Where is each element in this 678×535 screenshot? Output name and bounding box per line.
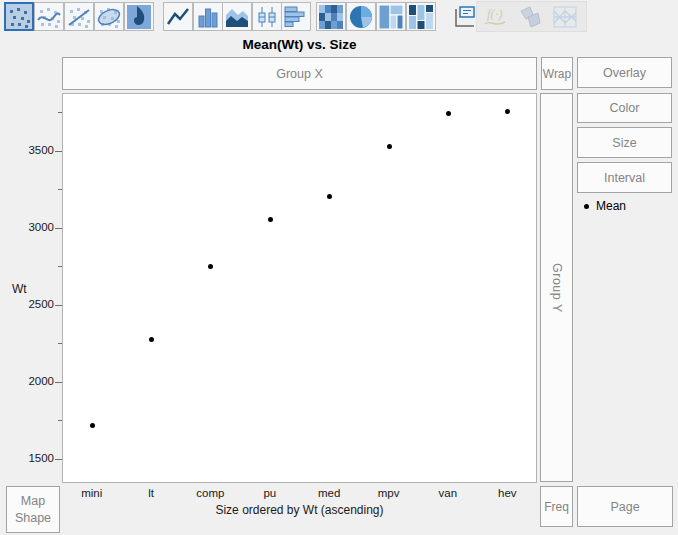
x-axis-tick-label: comp bbox=[180, 487, 240, 499]
svg-text:f(·): f(·) bbox=[487, 6, 503, 21]
x-axis-tick-label: mpv bbox=[359, 487, 419, 499]
y-axis-tick-label: 3500 bbox=[14, 144, 54, 156]
toolbar-smoother-icon[interactable] bbox=[34, 2, 64, 31]
data-point-pu[interactable] bbox=[268, 217, 273, 222]
toolbar-box-plot-icon[interactable] bbox=[252, 2, 282, 31]
y-axis-tick-label: 2000 bbox=[14, 375, 54, 387]
data-point-lt[interactable] bbox=[149, 337, 154, 342]
toolbar-bar-icon[interactable] bbox=[193, 2, 223, 31]
y-axis-major-tick bbox=[55, 459, 62, 460]
toolbar-pie-icon[interactable] bbox=[346, 2, 376, 31]
dropzone-map-shape-line1: Map bbox=[21, 493, 45, 509]
y-axis-minor-tick bbox=[58, 112, 62, 113]
dropzone-color-label: Color bbox=[610, 101, 640, 115]
dropzone-size[interactable]: Size bbox=[577, 127, 672, 158]
dropzone-wrap-label: Wrap bbox=[543, 67, 571, 81]
toolbar-histogram-icon[interactable] bbox=[281, 2, 311, 31]
x-axis-tick-label: van bbox=[418, 487, 478, 499]
dropzone-freq-label: Freq bbox=[544, 500, 569, 514]
y-axis-minor-tick bbox=[58, 189, 62, 190]
dropzone-interval[interactable]: Interval bbox=[577, 162, 672, 193]
dropzone-group-x-label: Group X bbox=[276, 67, 323, 81]
toolbar-contour-icon[interactable] bbox=[124, 2, 154, 31]
x-axis-title: Size ordered by Wt (ascending) bbox=[62, 503, 537, 517]
dropzone-overlay[interactable]: Overlay bbox=[577, 57, 672, 88]
dropzone-map-shape-line2: Shape bbox=[15, 510, 51, 526]
toolbar-mosaic-icon[interactable] bbox=[406, 2, 436, 31]
mean-marker-icon bbox=[584, 204, 589, 209]
toolbar-map-shape-icon bbox=[515, 2, 545, 31]
x-axis-tick-label: hev bbox=[477, 487, 537, 499]
y-axis-title: Wt bbox=[12, 282, 27, 296]
dropzone-freq[interactable]: Freq bbox=[540, 486, 573, 527]
plot-area[interactable] bbox=[62, 93, 537, 483]
dropzone-group-y-label: Group Y bbox=[550, 263, 564, 313]
toolbar-line-icon[interactable] bbox=[163, 2, 193, 31]
dropzone-size-label: Size bbox=[612, 136, 636, 150]
data-point-mpv[interactable] bbox=[387, 144, 392, 149]
data-point-med[interactable] bbox=[327, 194, 332, 199]
dropzone-map-shape[interactable]: Map Shape bbox=[6, 486, 60, 533]
toolbar-formula-icon: f(·) bbox=[480, 2, 510, 31]
data-point-mini[interactable] bbox=[90, 423, 95, 428]
toolbar-area-icon[interactable] bbox=[222, 2, 252, 31]
y-axis-tick-label: 3000 bbox=[14, 221, 54, 233]
legend-item-label: Mean bbox=[596, 199, 626, 213]
y-axis-major-tick bbox=[55, 228, 62, 229]
y-axis-tick-label: 2500 bbox=[14, 298, 54, 310]
toolbar-treemap-icon[interactable] bbox=[376, 2, 406, 31]
y-axis-minor-tick bbox=[58, 420, 62, 421]
page-title: Mean(Wt) vs. Size bbox=[62, 37, 537, 54]
toolbar-scatter-icon[interactable] bbox=[4, 2, 34, 31]
toolbar-ellipse-icon[interactable] bbox=[94, 2, 124, 31]
data-point-van[interactable] bbox=[446, 111, 451, 116]
legend: Mean bbox=[584, 199, 626, 213]
toolbar-heatmap-icon[interactable] bbox=[316, 2, 346, 31]
dropzone-color[interactable]: Color bbox=[577, 93, 672, 123]
y-axis-minor-tick bbox=[58, 343, 62, 344]
y-axis-minor-tick bbox=[58, 266, 62, 267]
dropzone-interval-label: Interval bbox=[604, 171, 645, 185]
y-axis-major-tick bbox=[55, 305, 62, 306]
data-point-comp[interactable] bbox=[208, 264, 213, 269]
x-axis-tick-label: pu bbox=[240, 487, 300, 499]
data-point-hev[interactable] bbox=[505, 109, 510, 114]
y-axis-major-tick bbox=[55, 151, 62, 152]
y-axis-tick-label: 1500 bbox=[14, 452, 54, 464]
y-axis-major-tick bbox=[55, 382, 62, 383]
x-axis-tick-label: med bbox=[299, 487, 359, 499]
chart-type-toolbar: f(·) bbox=[0, 0, 678, 34]
toolbar-caption-box-icon[interactable] bbox=[450, 2, 480, 31]
dropzone-wrap[interactable]: Wrap bbox=[541, 57, 573, 90]
dropzone-group-y[interactable]: Group Y bbox=[540, 93, 573, 482]
toolbar-parallel-icon bbox=[550, 2, 580, 31]
dropzone-overlay-label: Overlay bbox=[603, 66, 646, 80]
dropzone-page[interactable]: Page bbox=[577, 486, 673, 527]
toolbar-line-of-fit-icon[interactable] bbox=[64, 2, 94, 31]
dropzone-page-label: Page bbox=[610, 500, 639, 514]
x-axis-tick-label: mini bbox=[62, 487, 122, 499]
dropzone-group-x[interactable]: Group X bbox=[62, 57, 537, 90]
graph-builder-window: f(·) Mean(Wt) vs. Size Group X Wrap Over… bbox=[0, 0, 678, 535]
x-axis-tick-label: lt bbox=[121, 487, 181, 499]
